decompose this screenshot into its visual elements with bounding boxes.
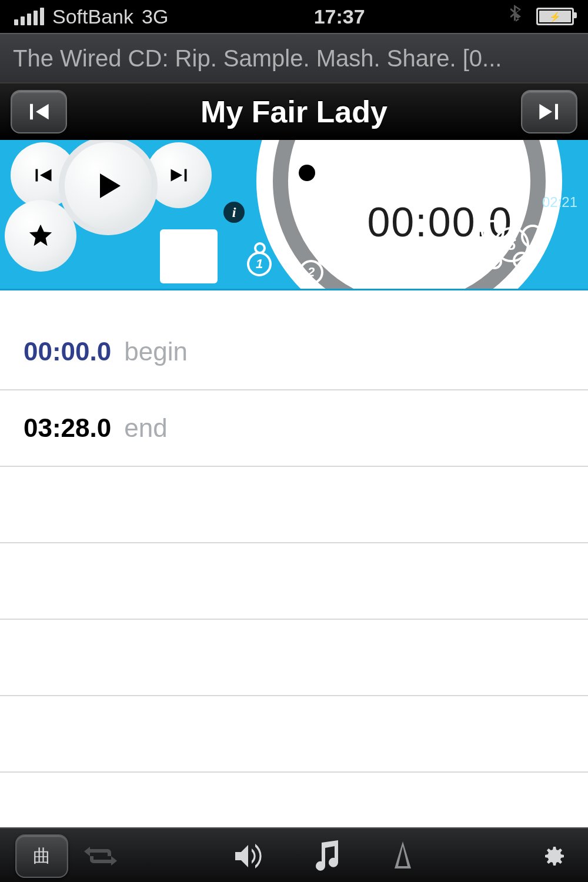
bluetooth-icon <box>510 5 524 29</box>
marker-1-label: 1 <box>249 254 269 274</box>
bubble-deco <box>448 242 467 261</box>
info-button[interactable]: i <box>223 202 245 223</box>
cue-list: 00:00.0 begin 03:28.0 end <box>0 290 588 827</box>
prev-track-button[interactable] <box>11 90 67 133</box>
bubble-deco <box>413 241 433 261</box>
clock: 17:37 <box>168 5 510 28</box>
list-item[interactable]: 00:00.0 begin <box>0 314 588 390</box>
list-item[interactable]: 03:28.0 end <box>0 390 588 467</box>
bubble-deco <box>318 252 332 266</box>
status-left: SoftBank 3G <box>14 5 168 28</box>
bubble-deco <box>481 220 505 243</box>
status-bar: SoftBank 3G 17:37 ⚡ <box>0 0 588 33</box>
list-item[interactable] <box>0 773 588 827</box>
battery-icon: ⚡ <box>536 8 574 25</box>
cue-time: 00:00.0 <box>24 337 111 366</box>
metronome-button[interactable] <box>382 836 423 877</box>
cue-label: begin <box>124 337 188 366</box>
list-item[interactable] <box>0 620 588 696</box>
list-item[interactable] <box>0 467 588 543</box>
next-track-button[interactable] <box>521 90 577 133</box>
dial-handle-icon[interactable] <box>299 165 315 181</box>
music-button[interactable] <box>306 836 347 877</box>
bubble-deco <box>521 225 544 248</box>
marker-1[interactable]: 1 <box>247 252 272 276</box>
title-bar: My Fair Lady <box>0 82 588 140</box>
list-item[interactable] <box>0 696 588 773</box>
carrier-label: SoftBank <box>52 5 133 28</box>
marker-strip: 1 2 3 4 5 <box>247 216 588 287</box>
tracks-button[interactable]: 曲 <box>15 834 68 878</box>
list-item[interactable] <box>0 543 588 620</box>
track-duration: 02:21 <box>542 194 577 211</box>
repeat-button[interactable] <box>80 836 121 877</box>
marker-2-label: 2 <box>301 262 321 282</box>
bubble-deco <box>487 254 502 269</box>
settings-button[interactable] <box>532 836 573 877</box>
transport-controls <box>0 140 223 289</box>
bubble-deco <box>380 250 397 268</box>
volume-button[interactable] <box>229 836 270 877</box>
signal-icon <box>14 8 44 25</box>
bottom-toolbar: 曲 <box>0 827 588 882</box>
network-label: 3G <box>142 5 168 28</box>
player-panel: i 00:00.0 02:21 1 2 3 4 5 <box>0 140 588 290</box>
bubble-deco <box>348 249 366 267</box>
status-right: ⚡ <box>510 5 574 29</box>
tracks-button-label: 曲 <box>33 844 51 868</box>
bubble-deco <box>513 252 530 269</box>
cue-time: 03:28.0 <box>24 413 111 443</box>
bubble-deco <box>254 242 266 254</box>
cue-label: end <box>124 413 167 443</box>
play-button[interactable] <box>59 140 158 235</box>
album-header: The Wired CD: Rip. Sample. Mash. Share. … <box>0 33 588 82</box>
stop-button[interactable] <box>160 229 218 283</box>
track-title: My Fair Lady <box>67 94 521 129</box>
